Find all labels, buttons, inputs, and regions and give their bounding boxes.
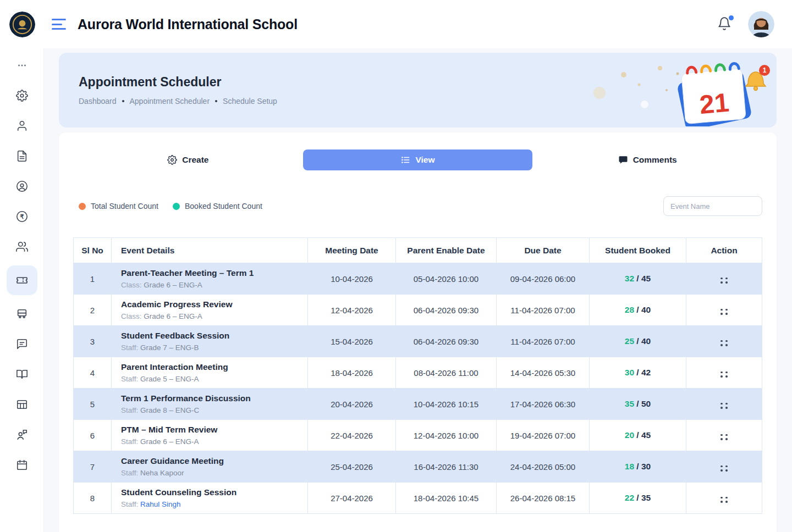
sidebar-item-account[interactable] [10,175,34,198]
cell-meeting-date: 15-04-2026 [308,326,396,357]
cell-student-booked: 35 / 50 [590,389,686,420]
cell-meeting-date: 27-04-2026 [308,483,396,514]
notification-dot [729,15,734,20]
cell-parent-enable-date: 08-04-2026 11:00 [396,357,497,389]
event-title: Parent Interaction Meeting [121,362,307,372]
header-event-details: Event Details [112,238,308,263]
notifications-button[interactable] [716,16,733,32]
row-drag-handle-icon[interactable] [718,463,730,474]
cell-due-date: 14-04-2026 05:30 [497,357,590,389]
cell-parent-enable-date: 05-04-2026 10:00 [396,263,497,295]
breadcrumb-schedule-setup: Schedule Setup [223,97,277,106]
banner-text: Appointment Scheduler Dashboard Appointm… [79,75,277,106]
capacity-count: / 30 [634,462,651,471]
header-sl-no: Sl No [74,238,112,263]
header-due-date: Due Date [497,238,590,263]
capacity-count: / 40 [634,305,651,314]
sidebar-item-more[interactable] [10,54,34,77]
user-icon [16,120,28,132]
sidebar: ₹ [0,48,44,532]
breadcrumb-dashboard[interactable]: Dashboard [79,97,117,106]
cell-action [686,357,762,389]
table-grid-icon [16,398,28,411]
sidebar-item-messages[interactable] [10,332,34,356]
gear-icon [16,90,28,102]
breadcrumb-appointment-scheduler[interactable]: Appointment Scheduler [130,97,210,106]
cell-action [686,326,762,357]
cell-meeting-date: 20-04-2026 [308,389,396,420]
row-drag-handle-icon[interactable] [718,495,730,505]
sidebar-item-feedback[interactable] [10,423,34,446]
row-drag-handle-icon[interactable] [718,307,730,317]
cell-parent-enable-date: 06-04-2026 09:30 [396,295,497,326]
menu-toggle-button[interactable] [52,19,66,30]
feedback-chat-icon [16,429,28,441]
booked-count: 35 [625,399,634,408]
table-row: 5 Term 1 Performance Discussion Staff: G… [74,389,762,420]
event-title: PTM – Mid Term Review [121,425,307,435]
filter-row: Total Student Count Booked Student Count [73,196,762,216]
cell-action [686,483,762,514]
topbar-actions [716,11,774,37]
cell-sl-no: 4 [74,357,112,389]
event-subtitle-label: Class: [121,281,142,289]
capacity-count: / 42 [634,368,651,377]
header-student-booked: Student Booked [590,238,686,263]
sidebar-item-appointments[interactable] [7,265,37,295]
sidebar-item-settings[interactable] [10,84,34,107]
sidebar-item-library[interactable] [10,363,34,386]
sidebar-item-timetable[interactable] [10,393,34,416]
cell-sl-no: 1 [74,263,112,295]
cell-meeting-date: 10-04-2026 [308,263,396,295]
sidebar-item-calendar[interactable] [10,453,34,476]
event-name-input[interactable] [663,196,762,216]
row-drag-handle-icon[interactable] [718,369,730,380]
event-subtitle: Staff: Grade 8 – ENG-C [121,406,307,414]
event-title: Academic Progress Review [121,300,307,309]
cell-event-details: Parent-Teacher Meeting – Term 1 Class: G… [112,263,308,295]
cell-student-booked: 22 / 35 [590,483,686,514]
tab-create-label: Create [182,155,208,165]
table-row: 3 Student Feedback Session Staff: Grade … [74,326,762,357]
table-row: 6 PTM – Mid Term Review Staff: Grade 6 –… [74,420,762,451]
cell-action [686,295,762,326]
booked-count: 25 [625,336,634,346]
cell-sl-no: 5 [74,389,112,420]
booked-count: 32 [625,274,634,283]
user-avatar[interactable] [748,11,774,37]
cell-due-date: 11-04-2026 07:00 [497,326,590,357]
row-drag-handle-icon[interactable] [718,401,730,411]
sidebar-item-transport[interactable] [10,302,34,325]
cell-event-details: PTM – Mid Term Review Staff: Grade 6 – E… [112,420,308,451]
chat-icon [16,338,28,350]
scheduler-card: Create View [59,132,777,532]
tab-view-label: View [415,155,435,165]
row-drag-handle-icon[interactable] [718,432,730,442]
event-subtitle: Staff: Neha Kapoor [121,469,307,477]
table-row: 1 Parent-Teacher Meeting – Term 1 Class:… [74,263,762,295]
cell-event-details: Career Guidance Meeting Staff: Neha Kapo… [112,451,308,483]
sidebar-item-documents[interactable] [10,145,34,168]
cell-student-booked: 32 / 45 [590,263,686,295]
row-drag-handle-icon[interactable] [718,275,730,286]
cell-sl-no: 7 [74,451,112,483]
sidebar-item-user[interactable] [10,114,34,137]
tab-comments[interactable]: Comments [618,149,677,170]
illustration-calendar-day: 21 [698,88,730,119]
row-drag-handle-icon[interactable] [718,338,730,348]
tab-create[interactable]: Create [167,149,208,170]
event-subtitle-label: Staff: [121,437,138,446]
sidebar-item-fees[interactable]: ₹ [10,205,34,228]
sidebar-item-people[interactable] [10,235,34,258]
tab-view[interactable]: View [303,149,533,170]
cell-meeting-date: 25-04-2026 [308,451,396,483]
event-title: Parent-Teacher Meeting – Term 1 [121,268,307,278]
cell-due-date: 17-04-2026 06:30 [497,389,590,420]
cell-event-details: Student Counseling Session Staff: Rahul … [112,483,308,514]
page-banner: Appointment Scheduler Dashboard Appointm… [59,53,777,128]
table-row: 7 Career Guidance Meeting Staff: Neha Ka… [74,451,762,483]
legend-booked-student-count: Booked Student Count [173,202,262,210]
legend-booked-label: Booked Student Count [185,202,262,210]
cell-due-date: 19-04-2026 07:00 [497,420,590,451]
event-subtitle-value: Grade 7 – ENG-B [140,343,199,352]
